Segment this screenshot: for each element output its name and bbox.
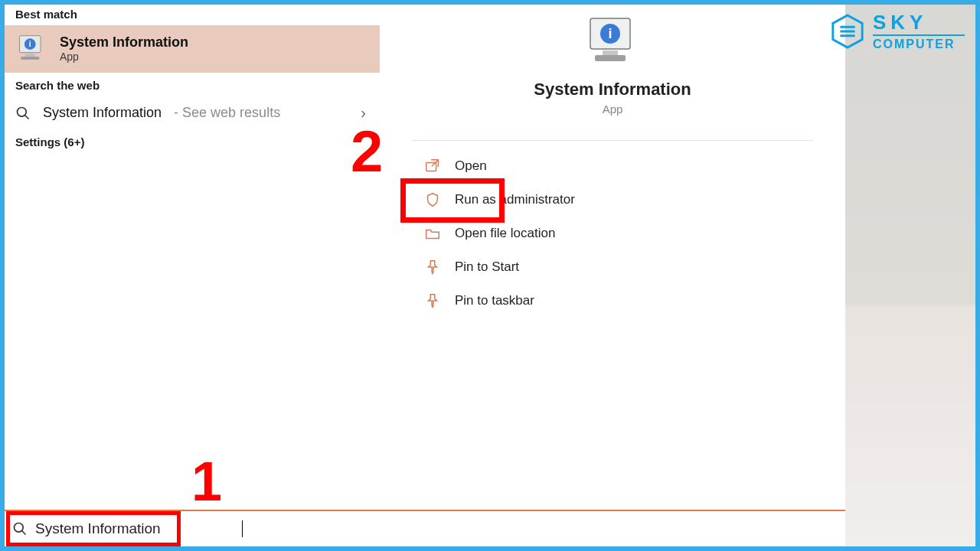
action-label: Run as administrator xyxy=(455,192,575,207)
brand-rule xyxy=(873,34,965,36)
settings-results-header[interactable]: Settings (6+) xyxy=(5,131,380,153)
open-file-location-action[interactable]: Open file location xyxy=(418,219,709,248)
chevron-right-icon: › xyxy=(361,104,366,122)
action-label: Pin to Start xyxy=(455,259,519,275)
action-label: Open file location xyxy=(455,226,555,241)
svg-rect-10 xyxy=(603,51,618,55)
svg-rect-11 xyxy=(595,55,626,61)
pin-to-start-action[interactable]: Pin to Start xyxy=(418,253,709,282)
svg-point-13 xyxy=(15,523,24,533)
preview-title: System Information xyxy=(534,80,691,99)
svg-text:i: i xyxy=(29,40,31,48)
open-action[interactable]: Open xyxy=(418,152,709,181)
search-icon xyxy=(12,521,28,536)
pin-icon xyxy=(424,292,441,309)
results-column: Best match i System Information A xyxy=(5,5,380,510)
folder-icon xyxy=(424,225,441,242)
action-label: Pin to taskbar xyxy=(455,293,534,308)
search-input[interactable] xyxy=(35,520,234,537)
text-caret xyxy=(242,520,243,537)
divider xyxy=(412,140,813,141)
pin-icon xyxy=(424,259,441,276)
web-search-result[interactable]: System Information - See web results › xyxy=(5,96,380,131)
taskbar-search-box[interactable] xyxy=(5,510,845,546)
open-icon xyxy=(424,158,441,174)
search-web-header: Search the web xyxy=(5,76,380,96)
search-icon xyxy=(15,106,31,121)
svg-rect-3 xyxy=(25,54,35,57)
run-as-admin-action[interactable]: Run as administrator xyxy=(418,185,709,214)
web-hint-text: - See web results xyxy=(174,105,280,121)
system-information-icon: i xyxy=(15,33,49,64)
preview-subtitle: App xyxy=(603,103,623,116)
system-information-icon: i xyxy=(583,14,642,69)
best-match-subtitle: App xyxy=(60,51,188,63)
svg-line-14 xyxy=(22,531,26,535)
best-match-title: System Information xyxy=(60,34,188,51)
svg-rect-4 xyxy=(21,57,39,60)
svg-point-5 xyxy=(18,107,27,116)
best-match-header: Best match xyxy=(5,5,380,25)
svg-text:i: i xyxy=(608,26,612,41)
brand-watermark: SKY COMPUTER xyxy=(830,12,965,51)
brand-logo-icon xyxy=(830,14,865,49)
start-search-panel: Best match i System Information A xyxy=(5,5,845,546)
admin-icon xyxy=(424,191,441,208)
brand-line-1: SKY xyxy=(873,12,965,32)
best-match-result[interactable]: i System Information App xyxy=(5,25,380,73)
preview-column: i System Information App Open xyxy=(380,5,845,315)
brand-line-2: COMPUTER xyxy=(873,38,965,51)
action-label: Open xyxy=(455,158,487,174)
pin-to-taskbar-action[interactable]: Pin to taskbar xyxy=(418,286,709,315)
desktop-background-strip xyxy=(845,5,975,546)
svg-line-6 xyxy=(25,115,29,119)
web-query-text: System Information xyxy=(43,105,162,121)
